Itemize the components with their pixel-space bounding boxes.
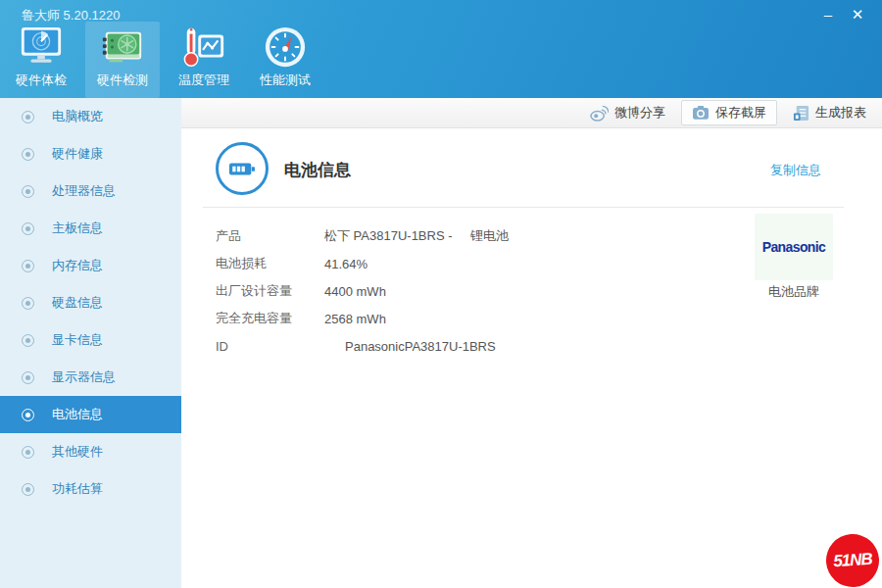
window-controls: – ✕	[813, 2, 872, 27]
tab-hardware-detect[interactable]: 硬件检测	[85, 22, 160, 98]
radio-icon	[22, 334, 34, 347]
camera-icon	[692, 105, 710, 121]
field-value: 2568 mWh	[324, 312, 386, 326]
battery-circle-badge	[216, 142, 269, 195]
battery-brand-caption: 电池品牌	[755, 283, 833, 301]
close-button[interactable]: ✕	[843, 2, 872, 27]
radio-icon	[22, 185, 34, 198]
weibo-icon	[590, 105, 609, 122]
sidebar-item-label: 其他硬件	[52, 443, 103, 461]
main-content: 电池信息 复制信息 产品 松下 PA3817U-1BRS - 锂电池 电池损耗 …	[181, 128, 882, 588]
save-screenshot-button[interactable]: 保存截屏	[681, 100, 777, 125]
radio-icon	[22, 260, 34, 272]
sidebar-item-label: 硬盘信息	[52, 294, 103, 312]
radio-icon	[22, 222, 34, 235]
sidebar-item-label: 电脑概览	[52, 108, 103, 125]
sidebar-item-hardware-health[interactable]: 硬件健康	[0, 135, 181, 172]
page-title: 电池信息	[284, 159, 351, 181]
battery-fields: 产品 松下 PA3817U-1BRS - 锂电池 电池损耗 41.64% 出厂设…	[216, 222, 764, 360]
panasonic-logo: Panasonic	[762, 239, 826, 255]
monitor-scan-icon	[19, 24, 64, 70]
field-label: 出厂设计容量	[216, 282, 324, 300]
sidebar-item-label: 处理器信息	[52, 182, 116, 200]
generate-report-label: 生成报表	[815, 104, 866, 122]
sidebar-item-power-estimate[interactable]: 功耗估算	[0, 470, 181, 508]
sidebar-item-disk-info[interactable]: 硬盘信息	[0, 284, 181, 321]
radio-icon	[22, 483, 34, 496]
radio-icon	[22, 446, 34, 459]
tab-hardware-checkup[interactable]: 硬件体检	[4, 22, 78, 98]
sidebar-item-cpu-info[interactable]: 处理器信息	[0, 172, 181, 210]
field-row-design-capacity: 出厂设计容量 4400 mWh	[216, 277, 764, 305]
sidebar-item-display-info[interactable]: 显示器信息	[0, 359, 181, 396]
weibo-share-button[interactable]: 微博分享	[590, 104, 665, 122]
sidebar-item-other-hardware[interactable]: 其他硬件	[0, 433, 181, 470]
weibo-share-label: 微博分享	[614, 104, 665, 122]
tab-label: 硬件体检	[16, 72, 67, 89]
sidebar-item-label: 显示器信息	[52, 368, 116, 386]
tab-label: 性能测试	[260, 72, 311, 89]
radio-icon	[22, 371, 34, 384]
field-row-id: ID PanasonicPA3817U-1BRS	[216, 332, 764, 360]
tab-label: 硬件检测	[97, 72, 148, 89]
content-toolbar: 微博分享 保存截屏 生成报表	[181, 98, 882, 128]
field-label: 产品	[216, 227, 324, 245]
field-label: ID	[216, 339, 324, 354]
sidebar: 电脑概览 硬件健康 处理器信息 主板信息 内存信息 硬盘信息 显卡信息 显示器信…	[0, 98, 181, 588]
field-row-product: 产品 松下 PA3817U-1BRS - 锂电池	[216, 222, 764, 250]
save-screenshot-label: 保存截屏	[715, 104, 766, 122]
51nb-watermark-logo: 51NB	[824, 532, 881, 588]
sidebar-item-label: 硬件健康	[52, 145, 103, 163]
field-row-full-charge-capacity: 完全充电容量 2568 mWh	[216, 305, 764, 332]
header-divider	[203, 207, 844, 208]
sidebar-item-label: 电池信息	[52, 406, 103, 423]
sidebar-item-memory-info[interactable]: 内存信息	[0, 247, 181, 284]
radio-icon	[22, 297, 34, 310]
radio-icon	[22, 111, 34, 123]
field-value: PanasonicPA3817U-1BRS	[324, 339, 496, 354]
field-value: 4400 mWh	[324, 284, 386, 299]
generate-report-button[interactable]: 生成报表	[793, 104, 866, 122]
radio-icon	[22, 148, 34, 161]
sidebar-item-label: 内存信息	[52, 257, 103, 274]
thermometer-chart-icon	[181, 24, 226, 70]
report-icon	[793, 105, 809, 122]
copy-info-link[interactable]: 复制信息	[770, 162, 821, 179]
gauge-icon	[263, 24, 308, 70]
field-label: 完全充电容量	[216, 310, 324, 327]
app-window: 鲁大师 5.20.1220 – ✕ 硬件体检	[0, 0, 882, 588]
field-row-battery-wear: 电池损耗 41.64%	[216, 250, 764, 277]
sidebar-item-battery-info[interactable]: 电池信息	[0, 396, 181, 433]
minimize-button[interactable]: –	[813, 2, 843, 27]
sidebar-item-label: 主板信息	[52, 220, 103, 237]
field-value: 松下 PA3817U-1BRS -	[324, 227, 453, 245]
title-banner: 鲁大师 5.20.1220 – ✕ 硬件体检	[0, 0, 882, 98]
tab-label: 温度管理	[178, 72, 229, 89]
top-nav: 硬件体检	[4, 22, 329, 98]
field-extra-value: 锂电池	[470, 222, 509, 250]
field-label: 电池损耗	[216, 255, 324, 272]
battery-brand-logo-box: Panasonic	[755, 214, 833, 280]
gpu-card-icon	[100, 24, 145, 70]
battery-icon	[228, 161, 256, 177]
sidebar-item-gpu-info[interactable]: 显卡信息	[0, 321, 181, 359]
sidebar-item-computer-overview[interactable]: 电脑概览	[0, 98, 181, 135]
radio-icon	[22, 409, 34, 421]
sidebar-item-label: 功耗估算	[52, 480, 103, 498]
tab-benchmark[interactable]: 性能测试	[248, 22, 322, 98]
field-value: 41.64%	[324, 257, 368, 271]
sidebar-item-motherboard-info[interactable]: 主板信息	[0, 210, 181, 247]
sidebar-item-label: 显卡信息	[52, 331, 103, 349]
tab-temperature[interactable]: 温度管理	[167, 22, 241, 98]
